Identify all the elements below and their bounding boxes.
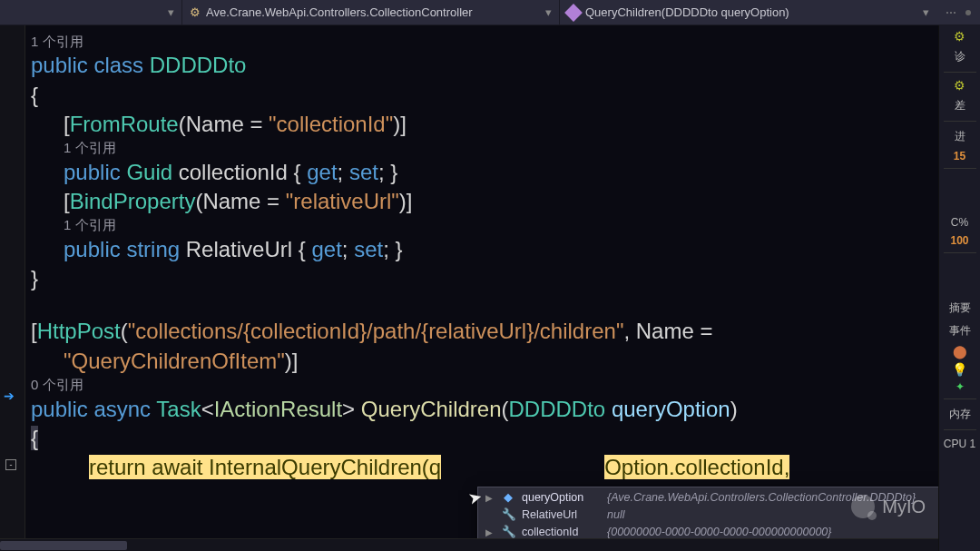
panel-summary[interactable]: 摘要 (949, 299, 971, 318)
code-line: { (31, 81, 938, 110)
right-toolstrip: ⚙ 诊 ⚙ 差 进 15 C% 100 摘要 事件 ⬤ 💡 ✦ 内存 CPU 1 (938, 25, 980, 551)
record-icon[interactable]: ⬤ (953, 344, 967, 359)
code-line: public Guid collectionId { get; set; } (31, 158, 938, 187)
collapse-toggle[interactable]: - (5, 459, 16, 470)
code-line: public string RelativeUrl { get; set; } (31, 235, 938, 264)
codelens-references[interactable]: 0 个引用 (31, 376, 938, 394)
codelens-references[interactable]: 1 个引用 (31, 216, 938, 234)
panel-diag[interactable]: 诊 (955, 47, 965, 66)
breadcrumb-class-label: Ave.Crane.WebApi.Controllers.CollectionC… (206, 5, 473, 19)
codelens-references[interactable]: 1 个引用 (31, 33, 938, 51)
method-icon (564, 4, 583, 22)
panel-memory[interactable]: 内存 (949, 405, 971, 424)
indicator-dot-icon (965, 10, 971, 15)
expand-icon[interactable]: ▶ (485, 526, 495, 539)
code-line-current: return await InternalQueryChildren(qOpti… (31, 453, 938, 482)
code-line: { (31, 424, 938, 453)
breadcrumb-method-label: QueryChildren(DDDDDto queryOption) (585, 5, 789, 19)
gear-icon[interactable]: ⚙ (954, 78, 965, 93)
lightbulb-icon[interactable]: 💡 (952, 362, 967, 377)
watermark-text: MyIO (882, 497, 926, 517)
class-icon: ⚙ (190, 5, 201, 19)
code-line: [BindProperty(Name = "relativeUrl")] (31, 187, 938, 216)
panel-proc[interactable]: 进 (955, 127, 965, 146)
separator (944, 168, 976, 169)
breadcrumb-empty[interactable]: ▾ (0, 0, 181, 25)
separator (944, 398, 976, 399)
datatip-value: null (607, 507, 624, 523)
scrollbar-thumb[interactable] (0, 541, 127, 550)
breadcrumb-class[interactable]: ⚙ Ave.Crane.WebApi.Controllers.Collectio… (181, 0, 559, 25)
cpu-label: C% (951, 214, 968, 231)
wechat-icon (851, 495, 875, 518)
blank-line (31, 293, 938, 317)
breadcrumb-bar: ▾ ⚙ Ave.Crane.WebApi.Controllers.Collect… (0, 0, 980, 25)
topbar-right-tools: ⋯ (936, 6, 980, 19)
variable-icon: ◆ (502, 490, 514, 506)
code-line: public class DDDDDto (31, 51, 938, 80)
chevron-down-icon: ▾ (923, 5, 929, 19)
separator (944, 72, 976, 73)
editor-gutter: ➔ - (0, 25, 25, 551)
code-editor[interactable]: 1 个引用 public class DDDDDto { [FromRoute(… (25, 25, 938, 551)
code-line: [FromRoute(Name = "collectionId")] (31, 110, 938, 139)
datatip-name: RelativeUrl (522, 507, 600, 523)
code-line: } (31, 264, 938, 293)
separator (944, 429, 976, 430)
horizontal-scrollbar[interactable] (0, 538, 938, 551)
tool-dots-icon[interactable]: ⋯ (946, 6, 956, 19)
gear-icon[interactable]: ⚙ (954, 29, 965, 44)
separator (944, 121, 976, 122)
code-line: [HttpPost("collections/{collectionId}/pa… (31, 317, 938, 346)
expand-icon[interactable]: ▶ (485, 492, 495, 505)
panel-diff[interactable]: 差 (955, 96, 965, 115)
proc-count: 15 (954, 150, 965, 162)
separator (944, 252, 976, 253)
property-icon: 🔧 (502, 507, 514, 523)
code-line: public async Task<IActionResult> QueryCh… (31, 395, 938, 424)
chevron-down-icon: ▾ (545, 5, 552, 19)
watermark: MyIO (851, 495, 926, 518)
cpu-value: 100 (950, 234, 968, 247)
spark-icon[interactable]: ✦ (956, 380, 965, 393)
chevron-down-icon: ▾ (168, 5, 174, 19)
breadcrumb-method[interactable]: QueryChildren(DDDDDto queryOption) ▾ (559, 0, 936, 25)
breakpoint-arrow-icon[interactable]: ➔ (4, 389, 15, 403)
panel-events[interactable]: 事件 (949, 321, 971, 340)
panel-cpu[interactable]: CPU 1 (944, 436, 975, 452)
codelens-references[interactable]: 1 个引用 (31, 139, 938, 157)
code-line: "QueryChildrenOfItem")] (31, 347, 938, 376)
datatip-name: queryOption (522, 490, 600, 506)
